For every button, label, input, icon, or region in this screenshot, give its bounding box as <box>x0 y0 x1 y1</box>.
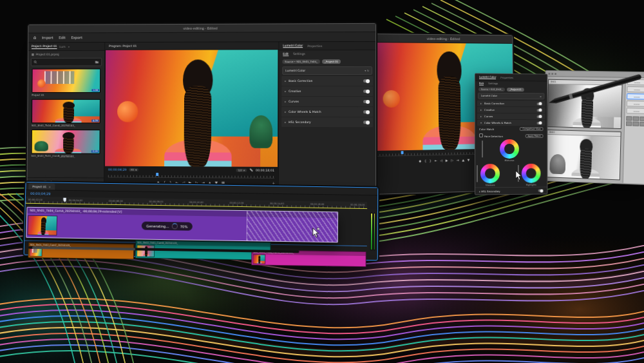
go-to-out-button[interactable]: ⇥ <box>202 181 205 184</box>
zoom-level-dropdown[interactable]: Fit▾ <box>129 168 138 171</box>
subtab-edit[interactable]: Edit <box>283 52 289 56</box>
tool-button[interactable] <box>633 116 639 121</box>
menu-edit[interactable]: Edit <box>59 35 65 39</box>
close-icon[interactable]: × <box>48 185 51 188</box>
extract-button[interactable]: ▼ <box>468 157 470 161</box>
toggle-switch[interactable] <box>537 115 542 118</box>
playback-resolution-dropdown[interactable]: 1/2▾ <box>236 168 247 172</box>
brush-preset[interactable]: ~~~ <box>627 108 644 114</box>
step-back-button[interactable]: ◁ <box>440 158 442 162</box>
panel-menu-icon[interactable]: » <box>68 45 70 48</box>
tab-properties[interactable]: Properties <box>307 44 322 48</box>
current-timecode[interactable]: 00;00;04;29 <box>108 168 127 171</box>
list-item[interactable]: 1:00 Project 01 <box>32 68 100 96</box>
section-creative[interactable]: Creative <box>484 108 495 112</box>
face-detection-checkbox[interactable]: Face Detection <box>479 133 503 138</box>
subtab-edit[interactable]: Edit <box>479 82 484 85</box>
step-forward-button[interactable]: ▷ <box>195 181 198 184</box>
brush-preset[interactable]: ~~~ <box>627 86 644 93</box>
lift-button[interactable]: ▲ <box>462 158 464 162</box>
section-hsl-secondary[interactable]: HSL Secondary <box>289 121 311 124</box>
section-basic-correction[interactable]: Basic Correction <box>289 79 312 83</box>
section-hsl-secondary[interactable]: ▸ HSL Secondary <box>479 190 500 193</box>
generating-clip[interactable]: S01_Sh01_Tk04_CamA_20250103_ -00;00;04;2… <box>26 207 338 243</box>
search-input[interactable] <box>31 58 102 66</box>
add-button-editor-icon[interactable]: + <box>272 181 275 184</box>
timeline-timecode[interactable]: 00;00;04;29 <box>30 191 51 195</box>
grid-view-icon[interactable]: ▦ <box>32 53 34 56</box>
mark-out-button[interactable]: } <box>430 159 431 162</box>
section-creative[interactable]: Creative <box>289 90 301 93</box>
go-to-in-button[interactable]: ⇤ <box>435 158 437 162</box>
section-color-wheels[interactable]: Color Wheels & Match <box>484 121 511 124</box>
shadows-slider[interactable] <box>477 165 478 182</box>
step-forward-button[interactable]: ▷ <box>451 158 453 162</box>
storyboard-frame[interactable]: Sh02 <box>545 130 621 181</box>
tab-lumetri-color[interactable]: Lumetri Color <box>479 75 496 79</box>
tab-program[interactable]: Program: Project 01 <box>109 44 137 48</box>
toggle-switch[interactable] <box>363 79 370 83</box>
mark-in-button[interactable]: { <box>424 159 426 162</box>
section-curves[interactable]: Curves <box>289 100 299 103</box>
menu-import[interactable]: Import <box>42 35 53 39</box>
duration-badge: 1:00 <box>91 89 99 92</box>
source-clip-pill[interactable]: Source • S01_Sh01_Tk04_ <box>282 59 320 64</box>
section-basic-correction[interactable]: Basic Correction <box>484 102 504 105</box>
subtab-settings[interactable]: Settings <box>293 52 305 55</box>
tab-overflow[interactable]: Lum <box>59 45 65 48</box>
subtab-settings[interactable]: Settings <box>488 83 498 85</box>
playhead[interactable] <box>156 173 158 176</box>
menu-export[interactable]: Export <box>71 35 82 39</box>
target-pill[interactable]: _Project 01 <box>507 87 524 91</box>
brush-preset[interactable]: ~~~ <box>627 101 644 107</box>
toggle-switch[interactable] <box>537 109 542 112</box>
spinner-icon <box>171 224 177 230</box>
list-item[interactable]: 2;19 S01_Sh02_Tk01_CamB_20250103_ <box>32 130 100 158</box>
tool-button[interactable] <box>626 116 632 121</box>
reset-icon[interactable]: ↻ <box>367 69 369 72</box>
shadows-wheel[interactable] <box>480 164 500 183</box>
step-back-button[interactable]: ◁ <box>182 181 185 184</box>
timeline-clip[interactable]: S01_Sh01_Tk02_CamC_20250103_ <box>28 242 134 260</box>
extract-button[interactable]: ▼ <box>215 181 218 184</box>
toggle-switch[interactable] <box>363 100 370 103</box>
lift-button[interactable]: ▲ <box>209 181 211 184</box>
section-curves[interactable]: Curves <box>484 115 493 118</box>
toggle-switch[interactable] <box>363 110 370 113</box>
home-icon[interactable]: ⌂ <box>33 35 36 40</box>
list-item[interactable]: 4;29 S01_Sh01_Tk04_CamA_20250103_ <box>32 99 100 128</box>
section-color-wheels[interactable]: Color Wheels & Match <box>289 110 321 113</box>
brush-preset-selected[interactable]: ~~~ <box>627 93 644 100</box>
tool-button[interactable] <box>626 121 632 126</box>
comparison-view-button[interactable]: Comparison View <box>520 127 543 131</box>
export-frame-button[interactable]: ▦ <box>222 181 225 184</box>
lumetri-preset-dropdown[interactable]: Lumetri Color ▾ ↻ <box>282 66 372 75</box>
toggle-switch[interactable] <box>537 122 542 124</box>
go-to-out-button[interactable]: ⇥ <box>457 158 459 162</box>
lumetri-preset-dropdown[interactable]: Lumetri Color▾ <box>478 93 544 100</box>
tool-button[interactable] <box>632 121 639 126</box>
midtones-wheel[interactable] <box>500 139 519 159</box>
tool-button[interactable] <box>639 117 644 121</box>
highlights-wheel[interactable] <box>522 164 541 183</box>
chevron-down-icon: ▾ <box>135 168 137 171</box>
play-button[interactable]: ▶ <box>189 181 191 184</box>
toggle-switch[interactable] <box>537 103 542 105</box>
play-button[interactable]: ▶ <box>446 158 448 162</box>
tab-sequence[interactable]: Project 01× <box>28 183 55 190</box>
tool-button[interactable] <box>639 122 644 126</box>
folder-icon[interactable] <box>95 61 99 64</box>
settings-wrench-icon[interactable] <box>249 168 253 172</box>
toggle-switch[interactable] <box>363 121 370 124</box>
playhead[interactable] <box>401 151 404 154</box>
toggle-switch[interactable] <box>538 190 544 192</box>
toggle-switch[interactable] <box>363 90 370 93</box>
target-pill[interactable]: _Project 01 <box>322 59 341 64</box>
marker-button[interactable]: ◆ <box>419 159 421 162</box>
midtones-slider[interactable] <box>482 141 483 157</box>
tab-project[interactable]: Project: Project 01 <box>32 44 57 49</box>
tab-properties[interactable]: Properties <box>500 75 513 79</box>
apply-match-button[interactable]: Apply Match <box>525 134 543 138</box>
tab-lumetri-color[interactable]: Lumetri Color <box>283 44 303 48</box>
source-clip-pill[interactable]: Source • S01_Sh01_ <box>478 87 505 91</box>
